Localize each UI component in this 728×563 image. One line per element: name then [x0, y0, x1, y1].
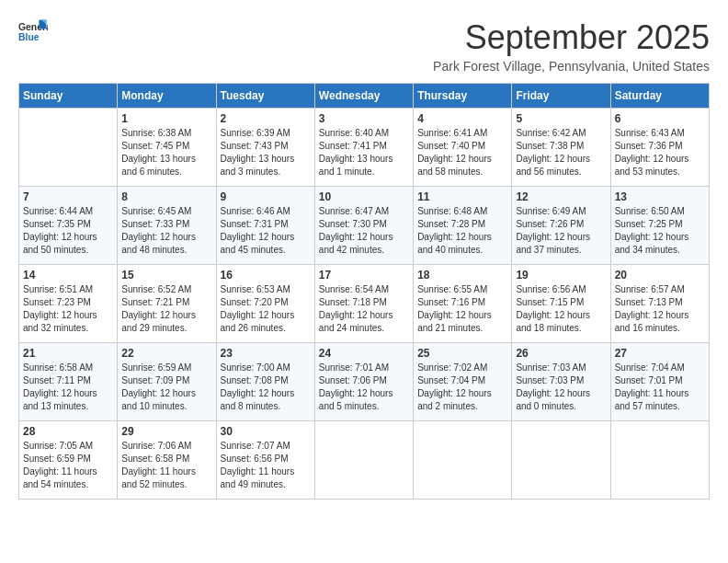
title-area: September 2025 Park Forest Village, Penn…	[433, 18, 710, 74]
day-info: Sunrise: 6:51 AMSunset: 7:23 PMDaylight:…	[23, 283, 113, 335]
day-number: 2	[221, 112, 311, 125]
day-info: Sunrise: 6:52 AMSunset: 7:21 PMDaylight:…	[121, 283, 211, 335]
header-wednesday: Wednesday	[314, 84, 413, 109]
calendar-cell: 29 Sunrise: 7:06 AMSunset: 6:58 PMDaylig…	[118, 421, 216, 500]
day-number: 22	[121, 347, 211, 360]
calendar-cell: 13 Sunrise: 6:50 AMSunset: 7:25 PMDaylig…	[610, 187, 709, 265]
day-number: 19	[516, 269, 606, 282]
header: General Blue September 2025 Park Forest …	[18, 18, 710, 74]
calendar-cell: 21 Sunrise: 6:58 AMSunset: 7:11 PMDaylig…	[19, 343, 118, 421]
day-number: 23	[221, 347, 311, 360]
calendar-week-row: 7 Sunrise: 6:44 AMSunset: 7:35 PMDayligh…	[19, 187, 710, 265]
day-info: Sunrise: 7:01 AMSunset: 7:06 PMDaylight:…	[319, 362, 409, 413]
day-info: Sunrise: 6:59 AMSunset: 7:09 PMDaylight:…	[121, 362, 211, 413]
calendar-cell: 22 Sunrise: 6:59 AMSunset: 7:09 PMDaylig…	[118, 343, 216, 421]
calendar-cell: 16 Sunrise: 6:53 AMSunset: 7:20 PMDaylig…	[216, 265, 314, 343]
day-number: 21	[23, 347, 113, 360]
calendar-cell: 18 Sunrise: 6:55 AMSunset: 7:16 PMDaylig…	[414, 265, 512, 343]
day-info: Sunrise: 6:46 AMSunset: 7:31 PMDaylight:…	[221, 205, 311, 257]
calendar-header-row: Sunday Monday Tuesday Wednesday Thursday…	[19, 84, 710, 109]
calendar-cell: 6 Sunrise: 6:43 AMSunset: 7:36 PMDayligh…	[610, 109, 709, 187]
day-info: Sunrise: 6:53 AMSunset: 7:20 PMDaylight:…	[221, 283, 311, 335]
location: Park Forest Village, Pennsylvania, Unite…	[433, 59, 710, 74]
day-info: Sunrise: 6:47 AMSunset: 7:30 PMDaylight:…	[319, 205, 409, 257]
calendar-cell: 20 Sunrise: 6:57 AMSunset: 7:13 PMDaylig…	[610, 265, 709, 343]
day-info: Sunrise: 6:38 AMSunset: 7:45 PMDaylight:…	[121, 127, 211, 178]
calendar-cell: 12 Sunrise: 6:49 AMSunset: 7:26 PMDaylig…	[512, 187, 610, 265]
day-info: Sunrise: 6:43 AMSunset: 7:36 PMDaylight:…	[615, 127, 705, 178]
header-thursday: Thursday	[414, 84, 512, 109]
calendar-cell: 19 Sunrise: 6:56 AMSunset: 7:15 PMDaylig…	[512, 265, 610, 343]
day-info: Sunrise: 6:56 AMSunset: 7:15 PMDaylight:…	[516, 283, 606, 335]
calendar-cell: 27 Sunrise: 7:04 AMSunset: 7:01 PMDaylig…	[610, 343, 709, 421]
calendar-cell: 26 Sunrise: 7:03 AMSunset: 7:03 PMDaylig…	[512, 343, 610, 421]
calendar-cell: 2 Sunrise: 6:39 AMSunset: 7:43 PMDayligh…	[216, 109, 314, 187]
calendar-cell: 17 Sunrise: 6:54 AMSunset: 7:18 PMDaylig…	[314, 265, 413, 343]
day-info: Sunrise: 6:57 AMSunset: 7:13 PMDaylight:…	[615, 283, 705, 335]
day-info: Sunrise: 6:54 AMSunset: 7:18 PMDaylight:…	[319, 283, 409, 335]
day-number: 11	[417, 190, 507, 203]
day-number: 3	[319, 112, 409, 125]
day-number: 27	[615, 347, 705, 360]
day-info: Sunrise: 6:42 AMSunset: 7:38 PMDaylight:…	[516, 127, 606, 178]
logo: General Blue	[18, 18, 48, 44]
day-info: Sunrise: 6:45 AMSunset: 7:33 PMDaylight:…	[121, 205, 211, 257]
calendar-cell: 3 Sunrise: 6:40 AMSunset: 7:41 PMDayligh…	[314, 109, 413, 187]
day-number: 10	[319, 190, 409, 203]
calendar-cell	[414, 421, 512, 500]
calendar-cell: 24 Sunrise: 7:01 AMSunset: 7:06 PMDaylig…	[314, 343, 413, 421]
day-info: Sunrise: 6:41 AMSunset: 7:40 PMDaylight:…	[417, 127, 507, 178]
day-number: 6	[615, 112, 705, 125]
calendar-cell: 9 Sunrise: 6:46 AMSunset: 7:31 PMDayligh…	[216, 187, 314, 265]
header-monday: Monday	[118, 84, 216, 109]
day-number: 8	[121, 190, 211, 203]
day-number: 1	[121, 112, 211, 125]
day-info: Sunrise: 6:55 AMSunset: 7:16 PMDaylight:…	[417, 283, 507, 335]
calendar-cell: 11 Sunrise: 6:48 AMSunset: 7:28 PMDaylig…	[414, 187, 512, 265]
calendar-week-row: 14 Sunrise: 6:51 AMSunset: 7:23 PMDaylig…	[19, 265, 710, 343]
day-number: 24	[319, 347, 409, 360]
calendar-cell: 1 Sunrise: 6:38 AMSunset: 7:45 PMDayligh…	[118, 109, 216, 187]
day-number: 28	[23, 425, 113, 438]
day-info: Sunrise: 7:05 AMSunset: 6:59 PMDaylight:…	[23, 440, 113, 491]
calendar-week-row: 1 Sunrise: 6:38 AMSunset: 7:45 PMDayligh…	[19, 109, 710, 187]
day-number: 9	[221, 190, 311, 203]
day-number: 4	[417, 112, 507, 125]
calendar-cell	[610, 421, 709, 500]
day-number: 25	[417, 347, 507, 360]
calendar-cell: 10 Sunrise: 6:47 AMSunset: 7:30 PMDaylig…	[314, 187, 413, 265]
day-number: 15	[121, 269, 211, 282]
calendar-cell: 25 Sunrise: 7:02 AMSunset: 7:04 PMDaylig…	[414, 343, 512, 421]
day-info: Sunrise: 6:50 AMSunset: 7:25 PMDaylight:…	[615, 205, 705, 257]
page-container: General Blue September 2025 Park Forest …	[18, 18, 710, 500]
calendar-week-row: 21 Sunrise: 6:58 AMSunset: 7:11 PMDaylig…	[19, 343, 710, 421]
calendar-cell: 15 Sunrise: 6:52 AMSunset: 7:21 PMDaylig…	[118, 265, 216, 343]
month-title: September 2025	[433, 18, 710, 57]
header-friday: Friday	[512, 84, 610, 109]
day-number: 7	[23, 190, 113, 203]
calendar-cell: 14 Sunrise: 6:51 AMSunset: 7:23 PMDaylig…	[19, 265, 118, 343]
day-info: Sunrise: 6:39 AMSunset: 7:43 PMDaylight:…	[221, 127, 311, 178]
day-number: 13	[615, 190, 705, 203]
day-number: 14	[23, 269, 113, 282]
day-number: 18	[417, 269, 507, 282]
header-tuesday: Tuesday	[216, 84, 314, 109]
svg-text:Blue: Blue	[18, 32, 40, 42]
day-info: Sunrise: 6:44 AMSunset: 7:35 PMDaylight:…	[23, 205, 113, 257]
day-number: 17	[319, 269, 409, 282]
calendar-cell: 7 Sunrise: 6:44 AMSunset: 7:35 PMDayligh…	[19, 187, 118, 265]
calendar-cell	[314, 421, 413, 500]
day-number: 26	[516, 347, 606, 360]
calendar-cell	[512, 421, 610, 500]
day-info: Sunrise: 6:58 AMSunset: 7:11 PMDaylight:…	[23, 362, 113, 413]
calendar-cell	[19, 109, 118, 187]
calendar-table: Sunday Monday Tuesday Wednesday Thursday…	[18, 83, 710, 500]
day-number: 20	[615, 269, 705, 282]
day-number: 29	[121, 425, 211, 438]
day-info: Sunrise: 7:00 AMSunset: 7:08 PMDaylight:…	[221, 362, 311, 413]
day-info: Sunrise: 6:40 AMSunset: 7:41 PMDaylight:…	[319, 127, 409, 178]
calendar-cell: 23 Sunrise: 7:00 AMSunset: 7:08 PMDaylig…	[216, 343, 314, 421]
calendar-week-row: 28 Sunrise: 7:05 AMSunset: 6:59 PMDaylig…	[19, 421, 710, 500]
day-number: 16	[221, 269, 311, 282]
day-info: Sunrise: 7:06 AMSunset: 6:58 PMDaylight:…	[121, 440, 211, 491]
